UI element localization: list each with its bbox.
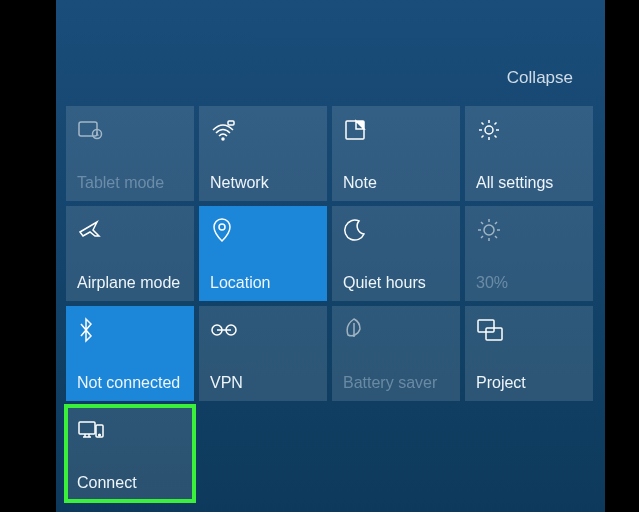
moon-icon (343, 216, 449, 244)
connect-icon (77, 416, 183, 444)
location-tile[interactable]: Location (199, 206, 327, 301)
location-icon (210, 216, 316, 244)
airplane-icon (77, 216, 183, 244)
svg-point-5 (485, 126, 493, 134)
vpn-tile[interactable]: VPN (199, 306, 327, 401)
brightness-tile[interactable]: 30% (465, 206, 593, 301)
bluetooth-tile[interactable]: Not connected (66, 306, 194, 401)
wifi-icon (210, 116, 316, 144)
svg-rect-12 (79, 422, 95, 434)
airplane-mode-tile[interactable]: Airplane mode (66, 206, 194, 301)
all-settings-tile[interactable]: All settings (465, 106, 593, 201)
note-icon (343, 116, 449, 144)
note-tile[interactable]: Note (332, 106, 460, 201)
leaf-icon (343, 316, 449, 344)
tablet-mode-icon (77, 116, 183, 144)
tile-label: Project (476, 374, 582, 392)
tile-label: Connect (77, 474, 183, 492)
bluetooth-icon (77, 316, 183, 344)
quiet-hours-tile[interactable]: Quiet hours (332, 206, 460, 301)
tile-label: All settings (476, 174, 582, 192)
brightness-icon (476, 216, 582, 244)
network-tile[interactable]: Network (199, 106, 327, 201)
project-tile[interactable]: Project (465, 306, 593, 401)
tile-label: Location (210, 274, 316, 292)
connect-tile[interactable]: Connect (66, 406, 194, 501)
tile-label: Tablet mode (77, 174, 183, 192)
gear-icon (476, 116, 582, 144)
quick-actions-grid: Tablet mode Network Note All settings Ai (56, 106, 605, 501)
tile-label: Note (343, 174, 449, 192)
tile-label: Network (210, 174, 316, 192)
svg-point-14 (99, 434, 101, 436)
tile-label: Quiet hours (343, 274, 449, 292)
tablet-mode-tile[interactable]: Tablet mode (66, 106, 194, 201)
panel-header: Collapse (56, 0, 605, 106)
svg-rect-0 (79, 122, 97, 136)
vpn-icon (210, 316, 316, 344)
tile-label: Airplane mode (77, 274, 183, 292)
tile-label: VPN (210, 374, 316, 392)
action-center-panel: Collapse Tablet mode Network Note All s (56, 0, 605, 512)
collapse-button[interactable]: Collapse (507, 68, 573, 88)
tile-label: 30% (476, 274, 582, 292)
svg-point-2 (222, 138, 224, 140)
svg-point-6 (219, 224, 225, 230)
tile-label: Battery saver (343, 374, 449, 392)
svg-point-7 (484, 225, 494, 235)
battery-saver-tile[interactable]: Battery saver (332, 306, 460, 401)
project-icon (476, 316, 582, 344)
tile-label: Not connected (77, 374, 183, 392)
svg-rect-3 (228, 121, 234, 125)
